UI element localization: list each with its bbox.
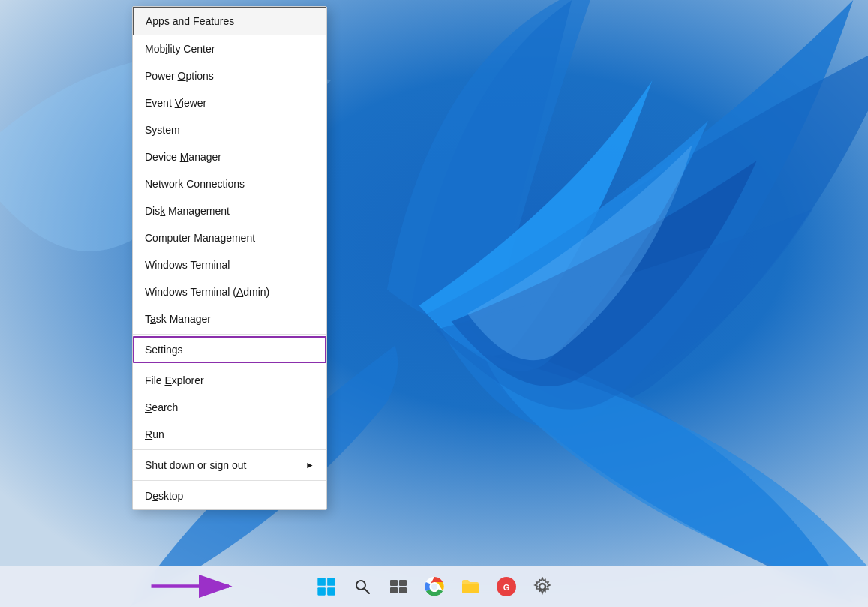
git-app-button[interactable]: G	[491, 572, 521, 602]
svg-point-16	[539, 584, 545, 590]
menu-item-label: Computer Management	[145, 232, 255, 244]
menu-item-mobility-center[interactable]: Mobility Center	[133, 35, 326, 62]
menu-item-task-manager[interactable]: Task Manager	[133, 305, 326, 332]
menu-item-label: Power Options	[145, 70, 214, 82]
menu-item-label: Device Manager	[145, 151, 221, 163]
menu-item-computer-management[interactable]: Computer Management	[133, 224, 326, 251]
menu-item-label: File Explorer	[145, 374, 204, 386]
mnemonic-o: O	[178, 70, 186, 82]
mnemonic-k: k	[160, 205, 165, 217]
menu-item-search[interactable]: Search	[133, 394, 326, 421]
mnemonic-e: E	[164, 374, 171, 386]
mnemonic-a2: a	[150, 313, 156, 325]
menu-item-power-options[interactable]: Power Options	[133, 62, 326, 89]
svg-rect-7	[390, 580, 398, 586]
folder-icon	[461, 577, 480, 596]
menu-item-disk-management[interactable]: Disk Management	[133, 197, 326, 224]
mnemonic-m: M	[180, 151, 189, 163]
mnemonic-a: A	[236, 286, 243, 298]
mnemonic-r: R	[145, 428, 152, 440]
search-button[interactable]	[347, 572, 377, 602]
menu-item-label: Event Viewer	[145, 97, 206, 109]
menu-item-label: Run	[145, 428, 164, 440]
svg-rect-4	[327, 587, 335, 596]
menu-item-system[interactable]: System	[133, 116, 326, 143]
arrow-annotation	[150, 569, 240, 603]
menu-item-shut-down[interactable]: Shut down or sign out ►	[133, 452, 326, 479]
menu-item-label: Shut down or sign out	[145, 459, 246, 471]
menu-divider-2	[133, 365, 326, 365]
chrome-icon	[424, 576, 445, 597]
menu-item-file-explorer[interactable]: File Explorer	[133, 367, 326, 394]
svg-rect-2	[327, 578, 335, 586]
settings-gear-button[interactable]	[527, 572, 557, 602]
svg-point-5	[356, 581, 365, 590]
menu-item-label: Apps and Features	[146, 15, 234, 27]
mnemonic-e2: e	[152, 490, 158, 502]
menu-divider-4	[133, 480, 326, 481]
svg-line-6	[365, 589, 369, 593]
menu-divider-1	[133, 334, 326, 335]
task-view-icon	[389, 578, 407, 596]
menu-item-device-manager[interactable]: Device Manager	[133, 143, 326, 170]
taskbar: G	[0, 566, 868, 607]
svg-rect-1	[317, 578, 326, 586]
menu-item-label: Task Manager	[145, 313, 211, 325]
menu-item-apps-features[interactable]: Apps and Features	[133, 7, 326, 35]
svg-text:G: G	[503, 583, 509, 592]
menu-item-desktop[interactable]: Desktop	[133, 482, 326, 509]
menu-item-run[interactable]: Run	[133, 421, 326, 448]
submenu-arrow-icon: ►	[305, 460, 314, 470]
menu-item-label: Windows Terminal	[145, 259, 230, 271]
chrome-button[interactable]	[419, 572, 449, 602]
menu-item-label: Mobility Center	[145, 43, 215, 55]
menu-item-network-connections[interactable]: Network Connections	[133, 170, 326, 197]
wallpaper	[0, 0, 868, 607]
menu-item-label: System	[145, 124, 180, 136]
menu-item-settings[interactable]: Settings	[133, 336, 326, 363]
svg-rect-3	[317, 587, 326, 596]
svg-point-13	[431, 584, 437, 590]
context-menu: Apps and Features Mobility Center Power …	[132, 6, 327, 510]
task-view-button[interactable]	[383, 572, 413, 602]
git-icon: G	[496, 576, 517, 597]
svg-rect-8	[399, 580, 407, 586]
menu-item-windows-terminal-admin[interactable]: Windows Terminal (Admin)	[133, 278, 326, 305]
mnemonic-s: S	[145, 401, 152, 413]
desktop: Apps and Features Mobility Center Power …	[0, 0, 868, 607]
menu-item-windows-terminal[interactable]: Windows Terminal	[133, 251, 326, 278]
arrow-icon	[150, 569, 240, 603]
menu-item-label: Search	[145, 401, 178, 413]
menu-item-label: Windows Terminal (Admin)	[145, 286, 269, 298]
mnemonic-f: F	[193, 15, 200, 27]
menu-item-label: Network Connections	[145, 178, 245, 190]
menu-item-label: Settings	[145, 344, 183, 356]
mnemonic-i: i	[165, 43, 167, 55]
svg-rect-9	[390, 587, 398, 593]
mnemonic-v: V	[175, 97, 182, 109]
menu-item-event-viewer[interactable]: Event Viewer	[133, 89, 326, 116]
menu-divider-3	[133, 449, 326, 450]
menu-item-label: Desktop	[145, 490, 183, 502]
file-explorer-button[interactable]	[455, 572, 485, 602]
gear-icon	[533, 577, 552, 596]
mnemonic-u: u	[158, 459, 164, 471]
start-button[interactable]	[311, 572, 341, 602]
search-icon	[354, 578, 371, 595]
menu-item-label: Disk Management	[145, 205, 230, 217]
svg-rect-10	[399, 587, 407, 593]
